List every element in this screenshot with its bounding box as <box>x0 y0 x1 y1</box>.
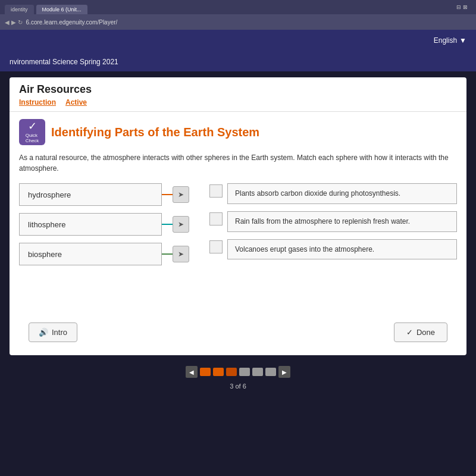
left-column: hydrosphere ➤ lithosphere ➤ <box>19 183 198 265</box>
page-dot-3[interactable] <box>226 368 237 376</box>
page-dot-5[interactable] <box>252 368 263 376</box>
sphere-row-lithosphere: lithosphere ➤ <box>19 213 198 236</box>
address-bar: ◀ ▶ ↻ 6.core.learn.edgenuity.com/Player/ <box>0 14 476 30</box>
arrow-btn-biosphere[interactable]: ➤ <box>173 246 189 262</box>
course-header: nvironmental Science Spring 2021 <box>0 51 476 71</box>
pagination: ◀ ▶ <box>0 361 476 383</box>
answer-box-1: Plants absorb carbon dioxide during phot… <box>227 183 457 204</box>
activity-section: ✓ QuickCheck Identifying Parts of the Ea… <box>10 112 466 355</box>
arrow-btn-lithosphere[interactable]: ➤ <box>173 216 189 233</box>
prev-page-button[interactable]: ◀ <box>186 366 198 378</box>
module-title: Air Resources <box>10 77 466 98</box>
top-navigation: English ▼ <box>0 30 476 51</box>
speaker-icon: 🔊 <box>39 328 48 337</box>
right-column: Plants absorb carbon dioxide during phot… <box>209 183 457 259</box>
connector-lithosphere <box>162 224 173 225</box>
done-button[interactable]: ✓ Done <box>394 322 447 342</box>
hydrosphere-box: hydrosphere <box>19 183 162 206</box>
intro-button[interactable]: 🔊 Intro <box>29 322 77 342</box>
browser-tab-2[interactable]: Module 6 (Unit... <box>36 5 87 14</box>
activity-header: ✓ QuickCheck Identifying Parts of the Ea… <box>19 119 457 145</box>
next-page-button[interactable]: ▶ <box>278 366 290 378</box>
checkbox-1[interactable] <box>209 184 223 198</box>
sphere-row-hydrosphere: hydrosphere ➤ <box>19 183 198 206</box>
tab-instruction[interactable]: Instruction <box>19 98 56 107</box>
window-controls: ⊟ ⊠ <box>453 2 471 12</box>
quick-check-icon: ✓ QuickCheck <box>19 119 45 145</box>
instructions-text: As a natural resource, the atmosphere in… <box>19 152 457 174</box>
answer-box-3: Volcanoes erupt gases into the atmospher… <box>227 239 457 260</box>
biosphere-box: biosphere <box>19 243 162 265</box>
checkbox-3[interactable] <box>209 240 223 253</box>
page-dot-2[interactable] <box>213 368 224 376</box>
connector-hydrosphere <box>162 194 173 195</box>
sphere-row-biosphere: biosphere ➤ <box>19 243 198 265</box>
module-tabs: Instruction Active <box>10 98 466 112</box>
tab-active[interactable]: Active <box>65 98 87 107</box>
checkmark-icon: ✓ <box>406 328 413 337</box>
language-selector[interactable]: English ▼ <box>434 36 466 45</box>
lithosphere-box: lithosphere <box>19 213 162 236</box>
bottom-controls: 🔊 Intro ✓ Done <box>19 313 457 348</box>
connector-biosphere <box>162 253 173 255</box>
checkbox-2[interactable] <box>209 212 223 226</box>
answer-row-2: Rain falls from the atmosphere to replen… <box>209 211 457 232</box>
page-dot-4[interactable] <box>239 368 250 376</box>
activity-title: Identifying Parts of the Earth System <box>51 126 259 139</box>
answer-row-3: Volcanoes erupt gases into the atmospher… <box>209 239 457 260</box>
page-count: 3 of 6 <box>0 383 476 393</box>
matching-exercise: hydrosphere ➤ lithosphere ➤ <box>19 183 457 265</box>
page-dot-1[interactable] <box>200 368 211 376</box>
answer-box-2: Rain falls from the atmosphere to replen… <box>227 211 457 232</box>
page-dot-6[interactable] <box>265 368 276 376</box>
main-content: Air Resources Instruction Active ✓ Quick… <box>10 77 466 355</box>
browser-tab-1[interactable]: identity <box>5 5 34 14</box>
answer-row-1: Plants absorb carbon dioxide during phot… <box>209 183 457 204</box>
arrow-btn-hydrosphere[interactable]: ➤ <box>173 186 189 203</box>
